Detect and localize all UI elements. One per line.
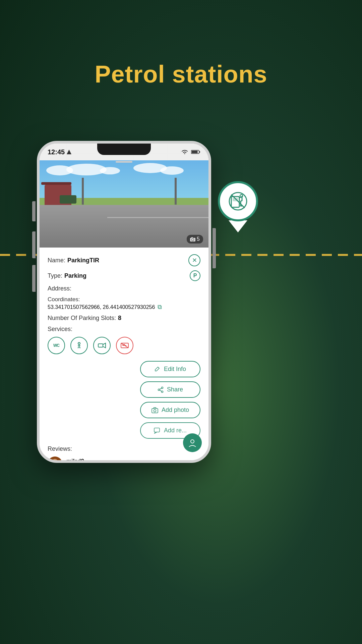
svg-point-25	[161, 387, 163, 388]
reviewer-name: mikyl9	[66, 458, 97, 461]
reviewer-avatar	[48, 457, 62, 460]
svg-point-26	[161, 391, 163, 392]
svg-point-4	[240, 195, 243, 197]
svg-point-14	[78, 342, 80, 344]
share-label: Share	[167, 386, 183, 393]
svg-marker-7	[67, 150, 71, 154]
services-section: Services: WC	[48, 326, 200, 354]
edit-info-label: Edit Info	[164, 366, 186, 373]
coordinates-label: Coordinates:	[48, 296, 200, 303]
service-restricted	[116, 337, 133, 354]
service-shower	[70, 337, 88, 354]
photo-counter: 5	[187, 235, 203, 244]
coordinates-row: Coordinates: 53.341701507562966, 26.4414…	[48, 296, 200, 311]
volume-down-button-2[interactable]	[32, 265, 36, 292]
status-time: 12:45	[48, 148, 71, 156]
svg-rect-19	[98, 344, 103, 347]
reviews-section: Reviews: mikyl9 5 months ago	[48, 445, 200, 460]
type-value: Parking	[64, 272, 86, 279]
reviews-label: Reviews:	[48, 445, 200, 452]
svg-line-17	[78, 347, 78, 348]
add-photo-icon	[152, 407, 158, 413]
parking-slots-label: Number Of Parking Slots:	[48, 315, 116, 322]
add-photo-button[interactable]: Add photo	[140, 402, 200, 418]
add-photo-label: Add photo	[162, 407, 189, 414]
navigation-icon	[188, 438, 197, 447]
svg-point-35	[191, 440, 194, 443]
svg-point-27	[158, 389, 160, 390]
place-photo[interactable]: 5	[40, 160, 208, 248]
type-label: Type:	[48, 272, 62, 279]
photo-count: 5	[197, 236, 200, 242]
edit-info-button[interactable]: Edit Info	[140, 361, 200, 377]
name-label: Name:	[48, 257, 65, 264]
copy-icon[interactable]: ⧉	[158, 304, 162, 311]
name-row: Name: ParkingTIR ✕	[48, 254, 200, 266]
svg-line-29	[160, 390, 162, 391]
svg-line-28	[160, 388, 162, 389]
parking-slots-value: 8	[118, 315, 121, 322]
type-row: Type: Parking P	[48, 270, 200, 281]
service-wc: WC	[48, 337, 65, 354]
svg-rect-32	[154, 428, 160, 432]
camera-icon	[190, 237, 195, 241]
status-icons	[181, 149, 200, 155]
svg-line-18	[80, 347, 80, 348]
address-row: Address:	[48, 285, 200, 292]
name-value: ParkingTIR	[67, 257, 99, 264]
svg-point-33	[52, 459, 58, 460]
map-pin	[218, 181, 258, 232]
svg-rect-9	[199, 151, 200, 153]
service-security	[93, 337, 111, 354]
coordinates-value: 53.341701507562966, 26.441400527930256 ⧉	[48, 304, 200, 311]
edit-icon	[155, 366, 161, 372]
share-button[interactable]: Share	[140, 381, 200, 398]
coordinates-text: 53.341701507562966, 26.441400527930256	[48, 304, 155, 310]
battery-icon	[191, 150, 200, 154]
svg-marker-20	[103, 343, 106, 348]
page-title: Petrol stations	[95, 60, 267, 88]
wifi-icon	[181, 149, 188, 155]
services-label: Services:	[48, 326, 200, 333]
action-buttons: Edit Info Share	[48, 361, 200, 439]
volume-down-button[interactable]	[32, 231, 36, 258]
add-review-icon	[154, 428, 161, 434]
svg-rect-30	[152, 409, 158, 413]
notch	[97, 144, 151, 155]
phone-screen: Нер... 12:45	[40, 144, 208, 460]
svg-rect-13	[191, 237, 193, 238]
power-button[interactable]	[213, 228, 216, 268]
type-badge: P	[190, 270, 200, 281]
volume-up-button[interactable]	[32, 201, 36, 221]
svg-line-24	[121, 343, 128, 348]
share-icon	[158, 387, 164, 393]
phone-frame: Нер... 12:45	[37, 141, 211, 463]
svg-point-31	[154, 410, 156, 412]
close-button[interactable]: ✕	[188, 254, 200, 266]
svg-rect-10	[192, 151, 198, 153]
services-icons-row: WC	[48, 337, 200, 354]
reviewer-info: mikyl9 5 months ago	[66, 458, 97, 461]
review-row: mikyl9 5 months ago	[48, 457, 200, 460]
info-panel: Name: ParkingTIR ✕ Type: Parking P	[40, 248, 208, 460]
fab-button[interactable]	[183, 433, 202, 452]
parking-slots-row: Number Of Parking Slots: 8	[48, 315, 200, 322]
drag-handle	[116, 161, 132, 163]
address-label: Address:	[48, 285, 71, 292]
add-review-label: Add re...	[164, 427, 187, 434]
